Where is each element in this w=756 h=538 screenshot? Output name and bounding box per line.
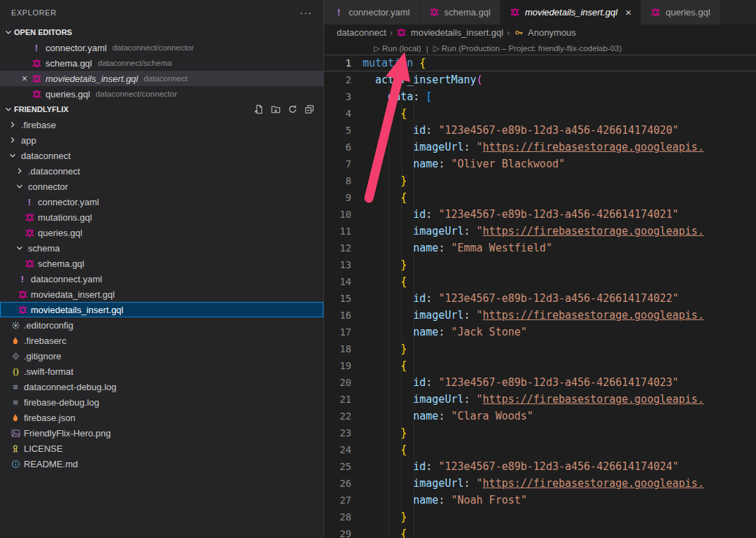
code-line-12: 12 name: "Emma Westfield" [324, 240, 756, 256]
breadcrumb-symbol[interactable]: Anonymous [528, 27, 576, 38]
tree-item-label: firebase.json [24, 413, 76, 423]
code-line-content: imageUrl: "https://firebasestorage.googl… [363, 307, 756, 324]
tree-item-connector[interactable]: connector [0, 179, 323, 194]
image-icon [10, 427, 21, 439]
tree-item-dataconnect-yaml[interactable]: !dataconnect.yaml [0, 271, 323, 287]
code-line-5: 5 id: "123e4567-e89b-12d3-a456-426614174… [324, 122, 756, 139]
tree-item-dataconnect-debug-log[interactable]: ≡dataconnect-debug.log [0, 379, 323, 394]
open-editor-path: dataconnect/connector [112, 43, 193, 52]
code-line-content: name: "Clara Woods" [363, 408, 756, 425]
tree-item-mutations-gql[interactable]: mutations.gql [0, 209, 323, 225]
breadcrumb-file[interactable]: moviedetails_insert.gql [411, 27, 503, 38]
flame-icon [10, 335, 21, 346]
tree-item-friendlyflix-hero-png[interactable]: FriendlyFlix-Hero.png [0, 425, 323, 441]
workspace-label: FRIENDLYFLIX [14, 105, 69, 113]
line-number: 21 [324, 391, 363, 408]
section-open-editors[interactable]: OPEN EDITORS [0, 25, 323, 40]
code-line-21: 21 imageUrl: "https://firebasestorage.go… [324, 391, 756, 408]
line-number: 7 [324, 156, 363, 172]
tree-item-label: dataconnect [21, 151, 71, 161]
code-lines: 1mutation {2 actor_insertMany(3 data: [4… [324, 55, 756, 538]
open-editor-connector-yaml[interactable]: !connector.yamldataconnect/connector [0, 40, 323, 55]
braces-icon: { } [10, 366, 21, 377]
tree-item-gitignore[interactable]: .gitignore [0, 348, 323, 364]
code-line-content: { [363, 105, 756, 122]
tab-schema-gql[interactable]: schema.gql [419, 0, 500, 25]
line-number: 20 [324, 374, 363, 391]
tree-item-label: .swift-format [24, 366, 74, 377]
code-line-content: { [363, 441, 756, 458]
open-editor-queries-gql[interactable]: queries.gqldataconnect/connector [0, 86, 323, 102]
tree-item-moviedata-insert-gql[interactable]: moviedata_insert.gql [0, 287, 323, 302]
tree-item-editorconfig[interactable]: .editorconfig [0, 317, 323, 333]
code-line-16: 16 imageUrl: "https://firebasestorage.go… [324, 307, 756, 324]
code-line-27: 27 name: "Noah Frost" [324, 492, 756, 509]
code-line-17: 17 name: "Jack Stone" [324, 324, 756, 340]
chevron-right-icon [7, 119, 18, 130]
breadcrumb-folder[interactable]: dataconnect [337, 27, 386, 38]
tree-item-schema[interactable]: schema [0, 240, 323, 256]
graphql-icon [17, 289, 28, 300]
more-actions-icon[interactable]: ··· [300, 6, 312, 18]
tree-item-readme-md[interactable]: README.md [0, 456, 323, 471]
close-icon[interactable]: × [18, 73, 31, 84]
tree-item-label: FriendlyFlix-Hero.png [24, 428, 111, 439]
line-number: 17 [324, 324, 363, 340]
refresh-icon[interactable] [287, 104, 298, 115]
new-file-icon[interactable] [253, 104, 265, 115]
code-line-content: name: "Jack Stone" [363, 324, 756, 340]
close-icon[interactable]: × [625, 6, 631, 18]
graphql-icon [24, 212, 35, 223]
tree-item-firebase-json[interactable]: firebase.json [0, 410, 323, 425]
open-editor-moviedetails-insert-gql[interactable]: ×moviedetails_insert.gqldataconnect [0, 71, 323, 86]
tree-item-app[interactable]: app [0, 132, 323, 148]
run-production-link[interactable]: ▷ Run (Production – Project: friendly-fl… [433, 43, 622, 53]
new-folder-icon[interactable] [270, 104, 281, 115]
codelens-separator: | [426, 45, 428, 53]
tree-item-connector-yaml[interactable]: !connector.yaml [0, 194, 323, 209]
chevron-down-icon [7, 150, 18, 161]
section-workspace[interactable]: FRIENDLYFLIX [0, 102, 323, 117]
code-line-4: 4 { [324, 105, 756, 122]
open-editors-label: OPEN EDITORS [14, 28, 72, 36]
code-line-content: { [363, 273, 756, 290]
tree-item-dataconnect[interactable]: .dataconnect [0, 163, 323, 179]
tree-item-label: dataconnect.yaml [31, 274, 102, 284]
code-line-19: 19 { [324, 357, 756, 374]
code-editor[interactable]: ▷ Run (local) | ▷ Run (Production – Proj… [324, 41, 756, 538]
code-line-2: 2 actor_insertMany( [324, 71, 756, 88]
tree-item-firebase[interactable]: .firebase [0, 117, 323, 132]
tree-item-label: schema.gql [38, 258, 84, 269]
tab-label: queries.gql [666, 7, 710, 18]
tree-item-dataconnect[interactable]: dataconnect [0, 148, 323, 163]
open-editor-name: schema.gql [46, 58, 92, 69]
code-line-content: name: "Emma Westfield" [363, 240, 756, 256]
code-line-11: 11 imageUrl: "https://firebasestorage.go… [324, 223, 756, 240]
code-line-14: 14 { [324, 273, 756, 290]
chevron-down-icon [14, 242, 25, 254]
yaml-warning-icon: ! [31, 42, 42, 53]
collapse-all-icon[interactable] [304, 104, 315, 115]
file-tree: .firebaseappdataconnect.dataconnectconne… [0, 117, 323, 471]
tab-queries-gql[interactable]: queries.gql [641, 0, 720, 25]
code-line-8: 8 } [324, 172, 756, 189]
tree-item-queries-gql[interactable]: queries.gql [0, 225, 323, 240]
open-editor-schema-gql[interactable]: schema.gqldataconnect/schema [0, 55, 323, 71]
graphql-icon [650, 7, 662, 18]
code-line-content: } [363, 256, 756, 273]
code-line-content: } [363, 509, 756, 525]
tree-item-moviedetails-insert-gql[interactable]: moviedetails_insert.gql [0, 302, 323, 317]
code-line-content: mutation { [363, 55, 756, 71]
tree-item-firebaserc[interactable]: .firebaserc [0, 333, 323, 348]
tree-item-firebase-debug-log[interactable]: ≡firebase-debug.log [0, 394, 323, 410]
breadcrumb: dataconnect › moviedetails_insert.gql › … [324, 25, 756, 41]
tab-moviedetails-insert-gql[interactable]: moviedetails_insert.gql× [500, 0, 641, 25]
graphql-icon [31, 73, 42, 84]
tree-item-swift-format[interactable]: { }.swift-format [0, 364, 323, 379]
code-line-content: id: "123e4567-e89b-12d3-a456-42661417402… [363, 458, 756, 475]
run-local-link[interactable]: ▷ Run (local) [374, 43, 421, 53]
tree-item-license[interactable]: LICENSE [0, 441, 323, 456]
tree-item-schema-gql[interactable]: schema.gql [0, 256, 323, 271]
tab-connector-yaml[interactable]: !connector.yaml [324, 0, 419, 25]
code-line-9: 9 { [324, 189, 756, 206]
